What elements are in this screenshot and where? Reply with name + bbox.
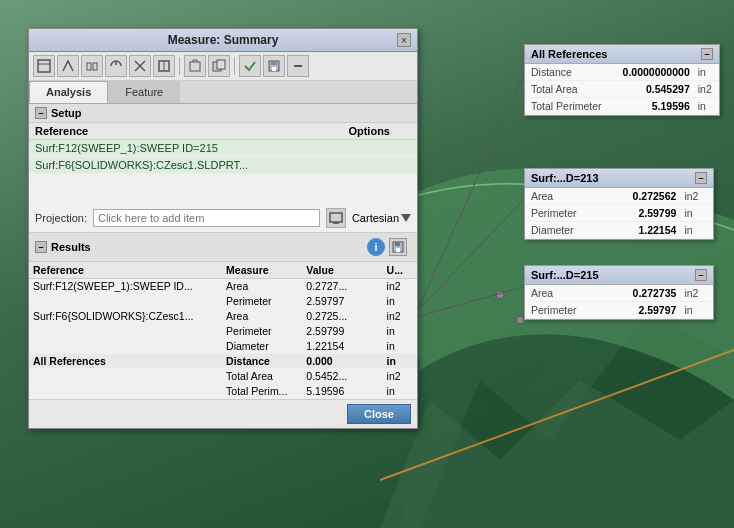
projection-input[interactable] bbox=[93, 209, 320, 227]
results-row-4: Diameter1.22154in bbox=[29, 339, 417, 354]
tab-feature[interactable]: Feature bbox=[108, 81, 180, 103]
results-row-2: Surf:F6{SOLIDWORKS}:CZesc1...Area0.2725.… bbox=[29, 309, 417, 324]
surf-213-row-3: Diameter 1.22154 in bbox=[525, 222, 713, 239]
svg-rect-22 bbox=[271, 61, 277, 65]
results-value-header: Value bbox=[302, 262, 382, 279]
all-ref-area-label: Total Area bbox=[525, 81, 612, 98]
result-ref-7 bbox=[29, 384, 222, 399]
result-value-4: 1.22154 bbox=[302, 339, 382, 354]
ref-item-2-options bbox=[342, 157, 417, 174]
results-row-1: Perimeter2.59797in bbox=[29, 294, 417, 309]
toolbar-btn-5[interactable] bbox=[129, 55, 151, 77]
ref-item-row-1: Surf:F12(SWEEP_1):SWEEP ID=215 bbox=[29, 140, 417, 157]
result-value-1: 2.59797 bbox=[302, 294, 382, 309]
dialog-footer: Close bbox=[29, 399, 417, 428]
result-ref-1 bbox=[29, 294, 222, 309]
all-ref-perim-label: Total Perimeter bbox=[525, 98, 612, 115]
result-measure-1: Perimeter bbox=[222, 294, 302, 309]
surf-215-title: Surf:...D=215 bbox=[531, 269, 599, 281]
close-icon[interactable]: × bbox=[397, 33, 411, 47]
svg-marker-28 bbox=[401, 214, 411, 222]
results-row-3: Perimeter2.59799in bbox=[29, 324, 417, 339]
all-references-minimize[interactable]: – bbox=[701, 48, 713, 60]
all-references-table: Distance 0.0000000000 in Total Area 0.54… bbox=[525, 64, 719, 115]
all-references-panel: All References – Distance 0.0000000000 i… bbox=[524, 44, 720, 116]
toolbar-save-btn[interactable] bbox=[263, 55, 285, 77]
surf-213-perim-value: 2.59799 bbox=[605, 205, 683, 222]
results-ref-header: Reference bbox=[29, 262, 222, 279]
results-section-label: Results bbox=[51, 241, 91, 253]
result-value-6: 0.5452... bbox=[302, 369, 382, 384]
projection-dropdown[interactable]: Cartesian bbox=[352, 212, 411, 224]
ref-item-1-name: Surf:F12(SWEEP_1):SWEEP ID=215 bbox=[29, 140, 342, 157]
all-ref-row-1: Distance 0.0000000000 in bbox=[525, 64, 719, 81]
surf-215-area-unit: in2 bbox=[682, 285, 713, 302]
surf-213-minimize[interactable]: – bbox=[695, 172, 707, 184]
options-col-header: Options bbox=[342, 123, 417, 140]
ref-item-row-2: Surf:F6{SOLIDWORKS}:CZesc1.SLDPRT... bbox=[29, 157, 417, 174]
result-ref-0: Surf:F12(SWEEP_1):SWEEP ID... bbox=[29, 279, 222, 294]
all-references-title: All References bbox=[531, 48, 607, 60]
surf-213-diam-label: Diameter bbox=[525, 222, 605, 239]
result-measure-5: Distance bbox=[222, 354, 302, 369]
results-unit-header: U... bbox=[383, 262, 417, 279]
info-icon[interactable]: i bbox=[367, 238, 385, 256]
surf-215-row-1: Area 0.272735 in2 bbox=[525, 285, 713, 302]
toolbar-minus-btn[interactable] bbox=[287, 55, 309, 77]
result-measure-7: Total Perim... bbox=[222, 384, 302, 399]
setup-section-label: Setup bbox=[51, 107, 82, 119]
surf-213-perim-label: Perimeter bbox=[525, 205, 605, 222]
surf-215-panel: Surf:...D=215 – Area 0.272735 in2 Perime… bbox=[524, 265, 714, 320]
svg-rect-18 bbox=[190, 62, 200, 71]
toolbar-btn-7[interactable] bbox=[184, 55, 206, 77]
result-unit-1: in bbox=[383, 294, 417, 309]
toolbar-btn-2[interactable] bbox=[57, 55, 79, 77]
svg-rect-20 bbox=[217, 60, 225, 69]
surf-213-row-1: Area 0.272562 in2 bbox=[525, 188, 713, 205]
setup-section-content: Reference Options Surf:F12(SWEEP_1):SWEE… bbox=[29, 123, 417, 233]
surf-215-perim-value: 2.59797 bbox=[605, 302, 683, 319]
surf-213-title: Surf:...D=213 bbox=[531, 172, 599, 184]
surf-215-perim-unit: in bbox=[682, 302, 713, 319]
all-ref-perim-value: 5.19596 bbox=[612, 98, 696, 115]
section-actions: i bbox=[363, 236, 411, 258]
surf-213-row-2: Perimeter 2.59799 in bbox=[525, 205, 713, 222]
svg-rect-31 bbox=[396, 248, 400, 252]
setup-collapse-btn[interactable]: – bbox=[35, 107, 47, 119]
surf-215-minimize[interactable]: – bbox=[695, 269, 707, 281]
projection-screen-icon[interactable] bbox=[326, 208, 346, 228]
surf-213-area-value: 0.272562 bbox=[605, 188, 683, 205]
results-row-7: Total Perim...5.19596in bbox=[29, 384, 417, 399]
results-collapse-btn[interactable]: – bbox=[35, 241, 47, 253]
results-measure-header: Measure bbox=[222, 262, 302, 279]
dialog-toolbar bbox=[29, 52, 417, 81]
toolbar-btn-6[interactable] bbox=[153, 55, 175, 77]
toolbar-btn-8[interactable] bbox=[208, 55, 230, 77]
surf-213-panel: Surf:...D=213 – Area 0.272562 in2 Perime… bbox=[524, 168, 714, 240]
projection-label: Projection: bbox=[35, 212, 87, 224]
toolbar-btn-3[interactable] bbox=[81, 55, 103, 77]
surf-215-table: Area 0.272735 in2 Perimeter 2.59797 in bbox=[525, 285, 713, 319]
result-ref-4 bbox=[29, 339, 222, 354]
results-save-icon[interactable] bbox=[389, 238, 407, 256]
toolbar-btn-ok[interactable] bbox=[239, 55, 261, 77]
results-row-6: Total Area0.5452...in2 bbox=[29, 369, 417, 384]
setup-section-header: – Setup bbox=[29, 104, 417, 123]
all-references-panel-header: All References – bbox=[525, 45, 719, 64]
all-ref-area-unit: in2 bbox=[696, 81, 719, 98]
surf-215-panel-header: Surf:...D=215 – bbox=[525, 266, 713, 285]
toolbar-btn-1[interactable] bbox=[33, 55, 55, 77]
surf-213-diam-value: 1.22154 bbox=[605, 222, 683, 239]
surf-213-diam-unit: in bbox=[682, 222, 713, 239]
toolbar-separator-2 bbox=[234, 57, 235, 75]
svg-rect-9 bbox=[38, 60, 50, 72]
close-button[interactable]: Close bbox=[347, 404, 411, 424]
tab-analysis[interactable]: Analysis bbox=[29, 81, 108, 103]
surf-215-area-value: 0.272735 bbox=[605, 285, 683, 302]
surf-213-area-label: Area bbox=[525, 188, 605, 205]
svg-rect-25 bbox=[330, 213, 342, 222]
result-value-7: 5.19596 bbox=[302, 384, 382, 399]
result-unit-4: in bbox=[383, 339, 417, 354]
result-unit-7: in bbox=[383, 384, 417, 399]
toolbar-btn-4[interactable] bbox=[105, 55, 127, 77]
